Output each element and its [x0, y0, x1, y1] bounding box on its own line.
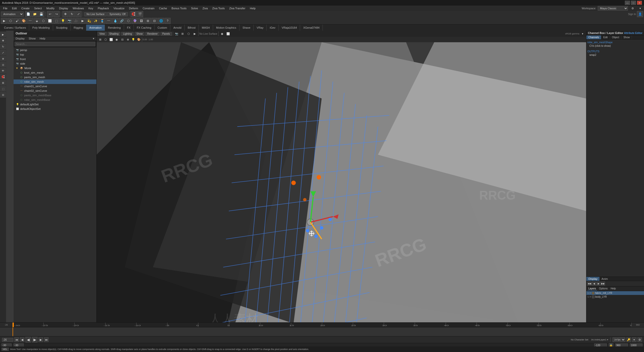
tool-fluid[interactable]: 💧 [112, 18, 118, 24]
outliner-menu-show[interactable]: Show [27, 36, 38, 41]
workspace-icon[interactable]: ⚙ [629, 6, 636, 11]
cb-wrap2[interactable]: wrap2 [587, 53, 643, 57]
menu-deform[interactable]: Deform [127, 6, 140, 10]
viewport-canvas[interactable]: RRCG RRCG RRCG 人人素材 人人素材 persp [97, 42, 586, 327]
vp-icon-render[interactable]: ▶ [192, 31, 197, 36]
toolbar-scale[interactable]: ⤢ [75, 11, 82, 17]
layer-tab-display[interactable]: Display [586, 277, 599, 281]
sign-in-btn[interactable]: 👤 [637, 11, 643, 17]
outliner-item-pants-base[interactable]: ⬡ pants_sim_meshBase [14, 93, 96, 98]
outliner-item-object-set[interactable]: ⬜ defaultObjectSet [14, 107, 96, 111]
left-icon-layout[interactable]: ⬚ [0, 86, 6, 92]
tab-igev[interactable]: iGev [267, 25, 279, 31]
mel-type-badge[interactable]: MEL [2, 348, 9, 351]
menu-constrain[interactable]: Constrain [141, 6, 156, 10]
tab-shave[interactable]: Shave [239, 25, 254, 31]
viewport[interactable]: View Shading Lighting Show Renderer Pane… [97, 31, 586, 327]
outliner-item-robe-base[interactable]: ⬡ robe_sim_meshBase [14, 98, 96, 102]
vp-shading-menu[interactable]: Shading [108, 32, 120, 36]
tool-env[interactable]: 🌐 [158, 18, 164, 24]
outliner-item-robe[interactable]: ⬡ robe_sim_mesh [14, 79, 96, 84]
menu-edit[interactable]: Edit [10, 6, 19, 10]
tab-fx-caching[interactable]: FX Caching [134, 25, 154, 31]
vp2-icon1[interactable]: ⊞ [98, 37, 103, 42]
tool-camera[interactable]: 📷 [66, 18, 72, 24]
cb-tab-object[interactable]: Object [610, 35, 622, 39]
toolbar-save[interactable]: 💾 [38, 11, 44, 17]
left-icon-rotate[interactable]: ↻ [0, 44, 6, 49]
vp-icon-display[interactable]: ⬡ [186, 31, 191, 36]
toolbar-redo[interactable]: ↪ [54, 11, 60, 17]
layer-tab-anim[interactable]: Anim [599, 277, 610, 281]
left-icon-select[interactable]: ▶ [0, 32, 6, 37]
tool-cloth[interactable]: 🧵 [99, 18, 105, 24]
menu-select[interactable]: Select [32, 6, 44, 10]
tab-poly-modeling[interactable]: Poly Modeling [29, 25, 53, 31]
keyframe-options[interactable]: ▾ [632, 337, 636, 342]
outliner-item-front[interactable]: 📷 front [14, 57, 96, 61]
minimize-button[interactable]: — [625, 1, 630, 5]
outliner-item-chain02[interactable]: 〰 chain02_simCurve [14, 89, 96, 93]
vp-show-menu[interactable]: Show [135, 32, 144, 36]
tool-ncloth[interactable]: 🔗 [119, 18, 125, 24]
menu-windows[interactable]: Windows [71, 6, 86, 10]
vp-panels-menu[interactable]: Panels [160, 32, 172, 36]
layer-btn-1[interactable]: ◀◀ [587, 282, 591, 286]
tool-paint[interactable]: 🖌 [14, 18, 20, 24]
toolbar-move[interactable]: ✥ [62, 11, 68, 17]
tool-shader[interactable]: 🔮 [132, 18, 138, 24]
tool-sculpt[interactable]: 🎨 [21, 18, 27, 24]
tab-animation[interactable]: Animation [86, 25, 105, 31]
toolbar-open[interactable]: 📁 [32, 11, 38, 17]
outliner-item-side[interactable]: 📷 side [14, 61, 96, 66]
tool-lasso[interactable]: ⬡ [8, 18, 14, 24]
menu-playback[interactable]: Playback [96, 6, 111, 10]
play-go-start[interactable]: ⏮ [14, 337, 19, 342]
workspace-dropdown[interactable]: Maya Classic [598, 6, 628, 11]
left-icon-soft[interactable]: ◎ [0, 62, 6, 67]
tab-xgena[interactable]: XGena07484 [300, 25, 323, 31]
tool-geo[interactable]: ⬡ [125, 18, 131, 24]
tool-bake[interactable]: ⊟ [151, 18, 157, 24]
tab-sculpting[interactable]: Sculpting [53, 25, 71, 31]
fps-dropdown[interactable]: 24 fps [613, 337, 625, 342]
workspace-arrow[interactable]: ▾ [637, 6, 643, 11]
layer-row-fabric[interactable]: V P fabric_mtl_LYR [586, 291, 644, 295]
left-icon-show-hide[interactable]: 👁 [0, 68, 6, 73]
tool-help2[interactable]: ? [165, 18, 171, 24]
tool-hair[interactable]: 〰 [106, 18, 112, 24]
tool-light[interactable]: 💡 [60, 18, 66, 24]
cb-object-name[interactable]: robe_sim_meshShape [587, 40, 643, 44]
tab-vray[interactable]: VRay [254, 25, 267, 31]
layer-btn-3[interactable]: ▶ [596, 282, 600, 286]
tool-fx[interactable]: ✨ [93, 18, 99, 24]
play-go-end[interactable]: ⏭ [44, 337, 49, 342]
vp2-icon3[interactable]: ⬜ [109, 37, 114, 42]
no-live-surface-btn[interactable]: No Live Surface [84, 12, 107, 16]
tab-rendering[interactable]: Rendering [105, 25, 124, 31]
animation-mode-dropdown[interactable]: Animation [1, 12, 24, 17]
left-icon-move[interactable]: ✥ [0, 38, 6, 43]
vp-lighting-menu[interactable]: Lighting [121, 32, 134, 36]
layer-row-body[interactable]: V P body_LYR [586, 295, 644, 299]
tool-uv[interactable]: ⊞ [145, 18, 151, 24]
current-frame-field[interactable] [2, 338, 13, 342]
vp2-icon8[interactable]: 🎨 [136, 37, 141, 42]
tab-bifrost[interactable]: Bifrost [185, 25, 199, 31]
tool-poly[interactable]: ⬡ [40, 18, 46, 24]
maximize-button[interactable]: □ [631, 1, 636, 5]
close-button[interactable]: ✕ [637, 1, 642, 5]
attribute-editor-link[interactable]: Attribute Editor [624, 32, 642, 34]
vp2-icon6[interactable]: ⊕ [125, 37, 130, 42]
vp-icon-camera[interactable]: 📷 [174, 31, 179, 36]
outliner-menu-help[interactable]: Help [38, 36, 48, 41]
auto-keyframe-btn[interactable]: 🔑 [626, 337, 631, 342]
toolbar-render[interactable]: 🎬 [137, 11, 143, 17]
menu-ziva-tools[interactable]: Ziva Tools [210, 6, 227, 10]
play-forward[interactable]: ▶ [32, 337, 37, 342]
tool-deform[interactable]: ⬚ [53, 18, 59, 24]
cb-cvs[interactable]: CVs (click to show) [587, 44, 643, 48]
outliner-item-persp[interactable]: 📷 persp [14, 48, 96, 52]
vp2-icon4[interactable]: ◉ [114, 37, 119, 42]
tool-anim[interactable]: ▶ [79, 18, 86, 24]
